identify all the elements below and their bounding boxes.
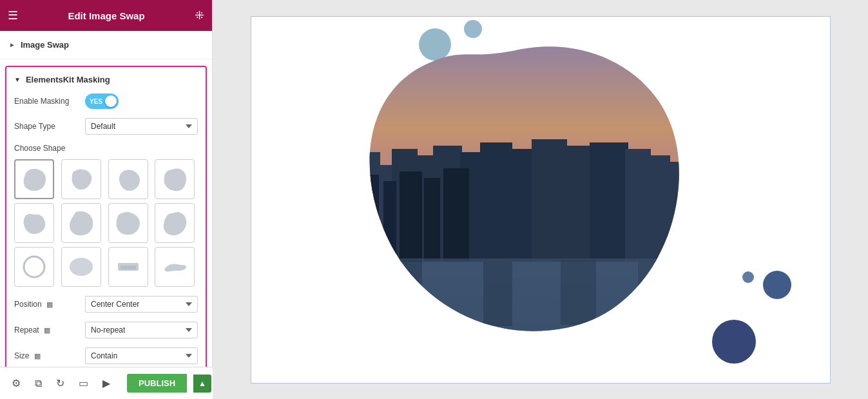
choose-shape-label: Choose Shape: [14, 144, 198, 153]
size-select[interactable]: Contain Cover Auto: [85, 347, 198, 364]
svg-rect-24: [361, 175, 379, 262]
shape-cell-4[interactable]: [155, 159, 195, 199]
viewport-icon[interactable]: ▭: [75, 373, 92, 393]
toggle-yes-label: YES: [90, 98, 102, 105]
repeat-select[interactable]: No-repeat Repeat Repeat-X Repeat-Y: [85, 322, 198, 338]
svg-rect-18: [590, 142, 628, 262]
canvas-frame: ◀: [251, 16, 831, 384]
layers-icon[interactable]: ⧉: [31, 374, 46, 393]
svg-rect-30: [348, 262, 364, 326]
grid-icon[interactable]: ⁜: [195, 8, 204, 23]
blob-svg: [316, 30, 728, 365]
publish-arrow-button[interactable]: ▲: [193, 375, 211, 393]
shape-cell-3[interactable]: [108, 159, 148, 199]
masking-section: ▼ ElementsKit Masking Enable Masking YES…: [5, 66, 207, 382]
svg-rect-7: [347, 171, 360, 262]
sidebar: ☰ Edit Image Swap ⁜ ► Image Swap ▼ Eleme…: [0, 0, 213, 399]
publish-button[interactable]: PUBLISH: [127, 374, 187, 393]
shape-8-svg: [160, 209, 189, 237]
shape-cell-6[interactable]: [61, 203, 101, 243]
history-icon[interactable]: ↻: [52, 373, 68, 393]
svg-point-1: [70, 258, 93, 276]
svg-rect-22: [693, 168, 728, 262]
sidebar-footer: ⚙ ⧉ ↻ ▭ ▶ PUBLISH ▲: [0, 367, 213, 399]
svg-rect-27: [424, 178, 440, 262]
svg-rect-33: [561, 260, 596, 325]
sidebar-title: Edit Image Swap: [68, 10, 144, 21]
shape-cell-8[interactable]: [155, 203, 195, 243]
shape-type-row: Shape Type Default Custom: [14, 118, 198, 135]
shape-cell-11[interactable]: [108, 247, 148, 287]
repeat-row: Repeat ▩ No-repeat Repeat Repeat-X Repea…: [14, 322, 198, 338]
position-monitor-icon: ▩: [46, 300, 53, 308]
svg-point-0: [24, 257, 44, 277]
position-select[interactable]: Center Center Top Left Top Center Top Ri…: [85, 296, 198, 313]
size-monitor-icon: ▩: [34, 352, 41, 360]
svg-rect-23: [335, 184, 349, 262]
size-row: Size ▩ Contain Cover Auto: [14, 347, 198, 364]
shape-cell-1[interactable]: [14, 159, 54, 199]
svg-rect-34: [638, 262, 664, 326]
masking-title: ElementsKit Masking: [26, 75, 110, 84]
size-label: Size ▩: [14, 351, 85, 360]
masking-header[interactable]: ▼ ElementsKit Masking: [14, 75, 198, 84]
repeat-label: Repeat ▩: [14, 326, 85, 335]
deco-circle-medium-right: [763, 271, 791, 299]
settings-icon[interactable]: ⚙: [8, 373, 24, 393]
shape-cell-5[interactable]: [14, 203, 54, 243]
shape-type-select[interactable]: Default Custom: [85, 118, 198, 135]
svg-rect-28: [443, 168, 469, 262]
masking-arrow: ▼: [14, 76, 21, 83]
sidebar-header: ☰ Edit Image Swap ⁜: [0, 0, 212, 31]
shape-7-svg: [114, 209, 142, 237]
enable-masking-toggle[interactable]: YES: [85, 93, 119, 109]
repeat-monitor-icon: ▩: [44, 326, 50, 334]
enable-masking-label: Enable Masking: [14, 97, 85, 106]
shape-6-svg: [67, 209, 95, 237]
svg-rect-31: [400, 260, 422, 325]
svg-rect-15: [509, 149, 535, 262]
sidebar-content: ► Image Swap ▼ ElementsKit Masking Enabl…: [0, 31, 212, 399]
image-swap-section[interactable]: ► Image Swap: [0, 31, 212, 59]
shape-grid: [14, 159, 198, 287]
blob-image-container: [316, 30, 728, 365]
menu-icon[interactable]: ☰: [8, 8, 18, 23]
svg-rect-26: [400, 171, 422, 262]
svg-rect-21: [667, 162, 696, 262]
sidebar-collapse-arrow[interactable]: ◀: [830, 187, 831, 213]
preview-icon[interactable]: ▶: [99, 373, 114, 393]
shape-9-svg: [20, 253, 48, 281]
svg-rect-29: [316, 258, 728, 365]
shape-cell-12[interactable]: [155, 247, 195, 287]
shape-cell-2[interactable]: [61, 159, 101, 199]
position-label: Position ▩: [14, 300, 85, 309]
shape-10-svg: [67, 253, 95, 281]
deco-circle-small-right: [742, 271, 754, 283]
shape-12-svg: [160, 253, 189, 281]
position-row: Position ▩ Center Center Top Left Top Ce…: [14, 296, 198, 313]
svg-rect-17: [564, 146, 593, 262]
svg-rect-6: [329, 159, 348, 262]
svg-rect-19: [625, 149, 651, 262]
svg-rect-16: [532, 139, 567, 262]
shape-cell-9[interactable]: [14, 247, 54, 287]
shape-1-svg: [20, 165, 48, 193]
enable-masking-row: Enable Masking YES: [14, 93, 198, 109]
image-swap-arrow: ►: [9, 41, 15, 48]
shape-cell-7[interactable]: [108, 203, 148, 243]
shape-11-svg: [114, 253, 142, 281]
svg-rect-25: [383, 181, 396, 262]
image-swap-label: Image Swap: [21, 40, 69, 50]
shape-3-svg: [114, 165, 142, 193]
toggle-knob: [105, 95, 117, 107]
canvas-area: ◀: [213, 0, 868, 399]
shape-type-label: Shape Type: [14, 122, 85, 131]
svg-rect-3: [121, 266, 136, 269]
shape-4-svg: [160, 165, 189, 193]
svg-rect-32: [483, 262, 512, 326]
svg-rect-14: [480, 142, 512, 262]
choose-shape-section: Choose Shape: [14, 144, 198, 287]
shape-2-svg: [67, 165, 95, 193]
shape-5-svg: [20, 209, 48, 237]
shape-cell-10[interactable]: [61, 247, 101, 287]
